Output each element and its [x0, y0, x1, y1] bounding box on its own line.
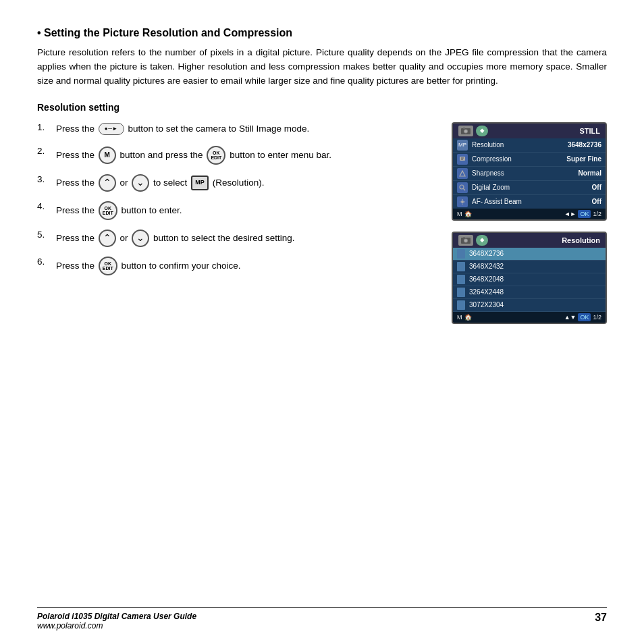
compression-icon: [457, 154, 468, 165]
res-label-4: 3072X2304: [469, 301, 504, 308]
step-6: 6. Press the OKEDIT button to confirm yo…: [37, 257, 431, 275]
res-option-1: 3648X2432: [453, 261, 606, 273]
steps-list: 1. Press the ●─► button to set the camer…: [37, 122, 431, 324]
page-number: 37: [595, 612, 607, 624]
step-4-num: 4.: [37, 201, 56, 211]
footer-left-icons: M 🏠: [457, 211, 472, 217]
resolution-screen-header: ◆ Resolution: [453, 233, 606, 248]
res-option-0: 3648X2736: [453, 248, 606, 261]
up-button-icon: ⌃: [99, 174, 116, 192]
step-2-num: 2.: [37, 146, 56, 156]
resolution-screen-title: Resolution: [562, 236, 600, 244]
svg-point-8: [460, 185, 464, 189]
step-3-text: Press the ⌃ or ⌄ to select MP (Resolutio…: [56, 174, 264, 192]
still-screen-footer: M 🏠 ◄► OK 1/2: [453, 209, 606, 219]
compression-label: Compression: [472, 155, 566, 163]
resolution-icon: MP: [457, 140, 468, 151]
res-icon-4: [457, 300, 465, 310]
step-2: 2. Press the M button and press the OKED…: [37, 146, 431, 165]
res-label-1: 3648X2432: [469, 263, 504, 270]
resolution-row: MP Resolution 3648x2736: [453, 138, 606, 153]
compression-row: Compression Super Fine: [453, 153, 606, 167]
res-option-4: 3072X2304: [453, 299, 606, 312]
step-4: 4. Press the OKEDIT button to enter.: [37, 201, 431, 220]
step-5-num: 5.: [37, 230, 56, 240]
footer2-left-icons: M 🏠: [457, 314, 472, 321]
sharpness-value: Normal: [579, 169, 601, 177]
footer-nav-icons: ◄► OK 1/2: [564, 210, 601, 218]
still-menu-screen: ◆ STILL MP Resolution 3648x2736: [452, 122, 607, 221]
or-label-2: or: [120, 232, 128, 242]
res-label-0: 3648X2736: [469, 250, 504, 257]
or-label-1: or: [120, 177, 128, 187]
res-icon-2: [457, 275, 465, 284]
resolution-select-screen: ◆ Resolution 3648X2736 3648X2432: [452, 232, 607, 324]
svg-marker-7: [460, 171, 465, 176]
res-option-3: 3264X2448: [453, 286, 606, 299]
sharpness-row: Sharpness Normal: [453, 167, 606, 181]
svg-rect-4: [460, 157, 465, 161]
res-option-2: 3648X2048: [453, 273, 606, 286]
res-label-3: 3264X2448: [469, 288, 504, 296]
sharpness-label: Sharpness: [472, 169, 579, 177]
res-icon-0: [457, 249, 465, 259]
af-assist-label: AF- Assist Beam: [472, 198, 592, 205]
svg-point-2: [464, 130, 467, 132]
ok-edit-button-icon-2: OKEDIT: [99, 201, 117, 220]
step-5: 5. Press the ⌃ or ⌄ button to select the…: [37, 230, 431, 247]
header-icons: ◆: [458, 126, 488, 136]
digital-zoom-row: Digital Zoom Off: [453, 181, 606, 195]
step-4-text: Press the OKEDIT button to enter.: [56, 201, 182, 220]
step-6-text: Press the OKEDIT button to confirm your …: [56, 257, 241, 275]
m-button-icon: M: [99, 146, 116, 164]
subsection-title: Resolution setting: [37, 102, 607, 113]
res-icon-3: [457, 288, 465, 297]
still-title: STILL: [579, 127, 600, 135]
ok-edit-button-icon-3: OKEDIT: [99, 257, 117, 275]
digital-zoom-label: Digital Zoom: [472, 184, 592, 191]
footer-url: www.polaroid.com: [37, 621, 196, 630]
ok-edit-button-icon: OKEDIT: [207, 146, 225, 165]
step-1: 1. Press the ●─► button to set the camer…: [37, 122, 431, 136]
step-1-num: 1.: [37, 122, 56, 132]
down-button-icon: ⌄: [132, 174, 149, 192]
res-label-2: 3648X2048: [469, 275, 504, 283]
footer-brand: Polaroid i1035 Digital Camera User Guide: [37, 612, 196, 621]
compression-value: Super Fine: [566, 155, 601, 163]
section-title: • Setting the Picture Resolution and Com…: [37, 27, 607, 39]
step-3-num: 3.: [37, 174, 56, 184]
svg-line-9: [464, 188, 466, 190]
digital-zoom-value: Off: [592, 184, 601, 191]
res-header-icons: ◆: [458, 235, 488, 246]
body-paragraph: Picture resolution refers to the number …: [37, 46, 607, 88]
resolution-value: 3648x2736: [568, 141, 601, 149]
digital-zoom-icon: [457, 182, 468, 193]
step-2-text: Press the M button and press the OKEDIT …: [56, 146, 331, 165]
mp-icon: MP: [191, 176, 209, 190]
page-footer: Polaroid i1035 Digital Camera User Guide…: [37, 607, 607, 630]
step-5-text: Press the ⌃ or ⌄ button to select the de…: [56, 230, 294, 247]
sharpness-icon: [457, 168, 468, 179]
still-screen-header: ◆ STILL: [453, 124, 606, 138]
down-button-icon-2: ⌄: [132, 230, 149, 247]
footer2-nav-icons: ▲▼ OK 1/2: [564, 313, 601, 321]
set-button-icon: ●─►: [99, 123, 124, 135]
resolution-screen-footer: M 🏠 ▲▼ OK 1/2: [453, 312, 606, 323]
res-icon-1: [457, 262, 465, 271]
footer-left: Polaroid i1035 Digital Camera User Guide…: [37, 612, 196, 630]
resolution-options: 3648X2736 3648X2432 3648X2048 3264X2448: [453, 248, 606, 312]
step-3: 3. Press the ⌃ or ⌄ to select MP (Resolu…: [37, 174, 431, 192]
step-1-text: Press the ●─► button to set the camera t…: [56, 122, 309, 136]
step-6-num: 6.: [37, 257, 56, 267]
svg-rect-3: [463, 128, 465, 129]
still-menu-rows: MP Resolution 3648x2736 Compression Supe…: [453, 138, 606, 209]
af-assist-icon: [457, 196, 468, 207]
svg-point-10: [461, 200, 464, 203]
resolution-label: Resolution: [472, 141, 568, 149]
svg-point-17: [464, 239, 467, 242]
af-assist-value: Off: [592, 198, 601, 205]
up-button-icon-2: ⌃: [99, 230, 116, 247]
camera-screens: ◆ STILL MP Resolution 3648x2736: [452, 122, 607, 324]
af-assist-row: AF- Assist Beam Off: [453, 195, 606, 209]
svg-rect-18: [463, 237, 465, 238]
